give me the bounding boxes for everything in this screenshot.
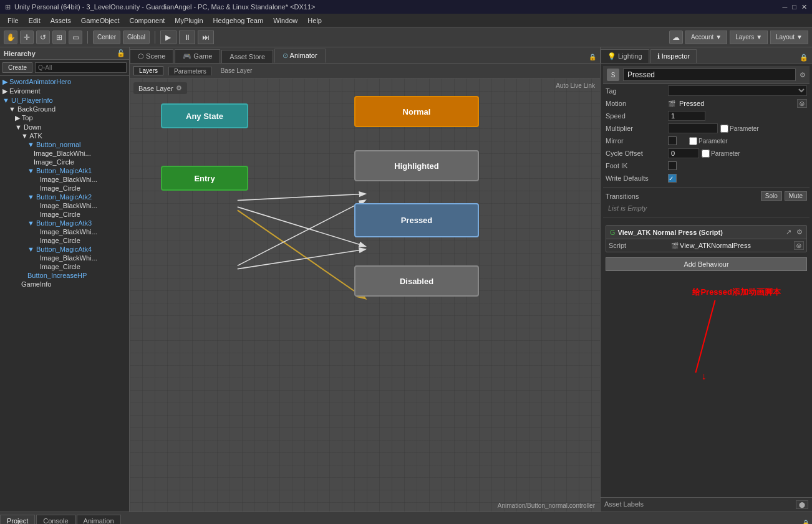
list-empty-label: List is Empty (603, 202, 810, 214)
tab-game[interactable]: 🎮 Game (175, 49, 220, 63)
tree-item-img-circle2[interactable]: Image_Circle (0, 184, 129, 193)
maximize-button[interactable]: □ (792, 3, 796, 11)
tag-select[interactable] (668, 85, 807, 96)
motion-pick-button[interactable]: ◎ (797, 99, 807, 108)
tree-item-btn-normal[interactable]: ▼ Button_normal (0, 140, 129, 149)
script-field-row: Script 🎬 View_ATKNormalPress ◎ (606, 239, 806, 252)
project-tab[interactable]: Project (0, 515, 35, 524)
animator-icon: ⊙ (283, 52, 289, 59)
tab-scene[interactable]: ⬡ Scene (130, 49, 173, 63)
menu-myplugin[interactable]: MyPlugin (170, 16, 208, 26)
script-value: View_ATKNormalPress (680, 242, 751, 249)
inspector-lock-icon[interactable]: 🔒 (800, 54, 808, 62)
tree-item-bg[interactable]: ▼ BackGround (0, 105, 129, 113)
solo-button[interactable]: Solo (761, 191, 782, 201)
tree-item-img-bw4[interactable]: Image_BlackWhi... (0, 227, 129, 236)
tree-item-img-bw5[interactable]: Image_BlackWhi... (0, 254, 129, 262)
tree-item-img-circle1[interactable]: Image_Circle (0, 158, 129, 166)
cycle-offset-checkbox[interactable] (702, 150, 710, 158)
tree-item-btn-increase[interactable]: Button_IncreaseHP (0, 271, 129, 280)
state-highlighted[interactable]: Highlighted (354, 150, 479, 181)
tree-item-down[interactable]: ▼ Down (0, 123, 129, 131)
write-defaults-checkbox[interactable] (668, 174, 677, 183)
menu-assets[interactable]: Assets (46, 16, 76, 26)
asset-labels-expand[interactable]: ⬤ (796, 500, 808, 509)
rect-tool[interactable]: ▭ (69, 31, 82, 44)
state-any-state[interactable]: Any State (161, 103, 248, 128)
move-tool[interactable]: ✛ (20, 31, 34, 44)
state-settings-icon[interactable]: ⚙ (800, 71, 806, 79)
menu-window[interactable]: Window (268, 16, 302, 26)
tree-item-gameinfo[interactable]: GameInfo (0, 280, 129, 288)
tree-item-ui[interactable]: ▼ UI_PlayerInfo (0, 96, 129, 105)
menu-hedgehog[interactable]: Hedgehog Team (208, 16, 269, 26)
tree-item-btn-magic2[interactable]: ▼ Button_MagicAtk2 (0, 193, 129, 201)
hierarchy-create-button[interactable]: Create (2, 62, 32, 73)
animator-layers-tab[interactable]: Layers (133, 66, 163, 75)
multiplier-label: Multiplier (606, 125, 668, 132)
tree-item-atk[interactable]: ▼ ATK (0, 131, 129, 140)
script-open-icon[interactable]: ↗ (786, 228, 791, 236)
mute-button[interactable]: Mute (785, 191, 807, 201)
menu-edit[interactable]: Edit (24, 16, 46, 26)
foot-ik-label: Foot IK (606, 162, 668, 169)
cycle-offset-input[interactable] (668, 148, 699, 158)
menu-help[interactable]: Help (302, 16, 327, 26)
script-gear-icon[interactable]: ⚙ (796, 228, 803, 236)
cloud-icon[interactable]: ☁ (669, 31, 683, 44)
multiplier-input[interactable] (668, 123, 718, 133)
menu-gameobject[interactable]: GameObject (76, 16, 125, 26)
menu-component[interactable]: Component (124, 16, 170, 26)
animation-tab[interactable]: Animation (77, 515, 121, 524)
tab-animator[interactable]: ⊙ Animator (274, 49, 325, 63)
tree-item-btn-magic4[interactable]: ▼ Button_MagicAtk4 (0, 245, 129, 254)
layers-dropdown[interactable]: Layers ▼ (730, 31, 768, 44)
rotate-tool[interactable]: ↺ (36, 31, 50, 44)
menu-file[interactable]: File (2, 16, 24, 26)
tree-item-img-bw2[interactable]: Image_BlackWhi... (0, 175, 129, 184)
tree-item-env[interactable]: ▶ Eviroment (0, 87, 129, 96)
animator-canvas[interactable]: Base Layer ⚙ Auto Live Link (130, 79, 600, 512)
transitions-label: Transitions (606, 193, 761, 200)
mirror-param-checkbox[interactable] (689, 137, 697, 145)
state-name-field[interactable] (623, 69, 796, 81)
pause-button[interactable]: ⏸ (179, 31, 195, 44)
tree-item-sword[interactable]: ▶ SwordAnimatorHero (0, 77, 129, 87)
tree-item-img-bw1[interactable]: Image_BlackWhi... (0, 149, 129, 158)
step-button[interactable]: ⏭ (198, 31, 214, 44)
tree-item-img-circle5[interactable]: Image_Circle (0, 262, 129, 271)
state-normal[interactable]: Normal (354, 96, 479, 127)
inspector-tab[interactable]: ℹ Inspector (650, 49, 697, 63)
foot-ik-checkbox[interactable] (668, 161, 677, 170)
close-button[interactable]: ✕ (801, 3, 807, 11)
state-pressed[interactable]: Pressed (354, 203, 479, 237)
tree-item-top[interactable]: ▶ Top (0, 113, 129, 123)
tree-item-btn-magic3[interactable]: ▼ Button_MagicAtk3 (0, 219, 129, 227)
animator-parameters-tab[interactable]: Parameters (168, 67, 212, 75)
play-button[interactable]: ▶ (160, 31, 176, 44)
center-button[interactable]: Center (93, 31, 120, 44)
tree-item-img-bw3[interactable]: Image_BlackWhi... (0, 201, 129, 210)
add-behaviour-button[interactable]: Add Behaviour (606, 257, 807, 271)
multiplier-checkbox[interactable] (720, 125, 728, 133)
state-entry[interactable]: Entry (161, 166, 248, 191)
lighting-tab[interactable]: 💡 Lighting (601, 49, 649, 63)
gear-icon[interactable]: ⚙ (176, 84, 182, 92)
hand-tool[interactable]: ✋ (4, 31, 17, 44)
console-tab[interactable]: Console (36, 515, 75, 524)
global-button[interactable]: Global (123, 31, 150, 44)
state-disabled[interactable]: Disabled (354, 265, 479, 297)
tree-item-img-circle3[interactable]: Image_Circle (0, 210, 129, 219)
hierarchy-search-input[interactable] (35, 62, 127, 73)
script-pick-button[interactable]: ◎ (794, 241, 804, 250)
speed-input[interactable] (668, 111, 705, 121)
mirror-checkbox[interactable] (668, 136, 677, 145)
minimize-button[interactable]: ─ (783, 3, 788, 11)
scale-tool[interactable]: ⊞ (52, 31, 66, 44)
tab-asset-store[interactable]: Asset Store (221, 50, 273, 63)
tree-item-btn-magic1[interactable]: ▼ Button_MagicAtk1 (0, 166, 129, 175)
account-dropdown[interactable]: Account ▼ (685, 31, 727, 44)
layout-dropdown[interactable]: Layout ▼ (770, 31, 808, 44)
toolbar: ✋ ✛ ↺ ⊞ ▭ Center Global ▶ ⏸ ⏭ ☁ Account … (0, 27, 812, 47)
tree-item-img-circle4[interactable]: Image_Circle (0, 236, 129, 245)
